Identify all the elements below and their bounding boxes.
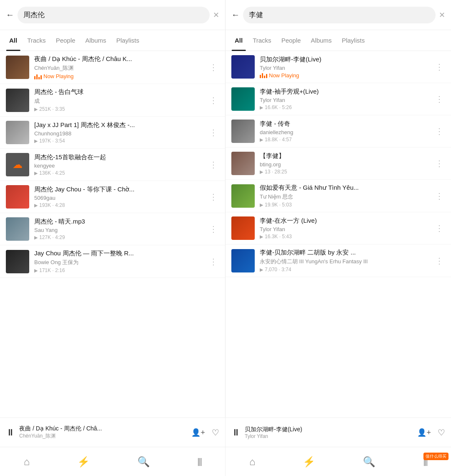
left-track-meta-6: ▶ 127K · 4:29 — [34, 234, 203, 240]
left-clear-button[interactable]: ✕ — [213, 10, 219, 20]
right-track-title-2: 李健-袖手旁观+(Live) — [260, 88, 428, 96]
left-library-nav[interactable]: ||| — [193, 454, 206, 469]
right-track-item[interactable]: 李健-袖手旁观+(Live) Tylor Yifan ▶ 16.6K · 5:2… — [226, 83, 451, 115]
right-now-playing-1: Now Playing — [260, 72, 428, 79]
left-player-artist: ChénYuān_陈渊 — [19, 433, 187, 440]
left-bars-icon-1 — [34, 74, 42, 79]
right-tab-playlists[interactable]: Playlists — [337, 30, 370, 51]
left-tabs: All Tracks People Albums Playlists — [0, 30, 225, 51]
left-track-item[interactable]: [Jay x JJ Part 1] 周杰伦 X 林俊杰 -... Chunhon… — [0, 117, 225, 149]
left-track-meta-2: ▶ 251K · 3:35 — [34, 106, 203, 112]
left-like-button[interactable]: ♡ — [212, 428, 219, 438]
right-track-item[interactable]: 贝加尔湖畔-李健(Live) Tylor Yifan Now Playing ⋮ — [226, 51, 451, 83]
left-tab-albums[interactable]: Albums — [80, 30, 111, 51]
left-tab-playlists[interactable]: Playlists — [111, 30, 144, 51]
right-panel: ← 李健 ✕ All Tracks People Albums Playlist… — [226, 0, 451, 417]
left-bottom-nav: ⌂ ⚡ 🔍 ||| — [0, 447, 226, 476]
right-track-meta-6: ▶ 16.3K · 5:43 — [260, 234, 428, 239]
right-search-input[interactable]: 李健 — [243, 7, 436, 23]
right-home-nav[interactable]: ⌂ — [245, 453, 260, 470]
right-like-button[interactable]: ♡ — [438, 428, 445, 438]
left-play-pause-button[interactable]: ⏸ — [6, 427, 15, 438]
right-track-thumb-1 — [231, 55, 255, 79]
left-player-info: 夜曲 / Dạ Khúc - 周杰伦 / Châ... ChénYuān_陈渊 — [19, 425, 187, 440]
left-home-nav[interactable]: ⌂ — [20, 453, 34, 470]
right-tab-albums[interactable]: Albums — [306, 30, 337, 51]
right-track-meta-3: ▶ 18.8K · 4:57 — [260, 137, 428, 143]
left-now-playing-1: Now Playing — [34, 73, 203, 79]
right-track-info-4: 【李健】 bting.org ▶ 13 · 28:25 — [260, 152, 428, 175]
left-track-more-2[interactable]: ⋮ — [208, 95, 219, 105]
left-track-title-6: 周杰伦 - 晴天.mp3 — [34, 218, 203, 226]
left-search-input[interactable]: 周杰伦 — [18, 7, 210, 23]
left-track-thumb-7 — [6, 250, 29, 273]
right-tab-all[interactable]: All — [230, 30, 248, 51]
right-track-more-6[interactable]: ⋮ — [433, 223, 445, 233]
left-panel: ← 周杰伦 ✕ All Tracks People Albums Playlis… — [0, 0, 226, 417]
right-track-info-1: 贝加尔湖畔-李健(Live) Tylor Yifan Now Playing — [260, 56, 428, 79]
right-track-more-3[interactable]: ⋮ — [433, 126, 445, 136]
left-track-info-6: 周杰伦 - 晴天.mp3 Sau Yang ▶ 127K · 4:29 — [34, 218, 203, 240]
right-bars-icon-1 — [260, 72, 267, 78]
right-clear-button[interactable]: ✕ — [439, 10, 445, 20]
left-track-thumb-3 — [6, 121, 29, 144]
right-back-button[interactable]: ← — [231, 10, 240, 20]
right-tab-people[interactable]: People — [276, 30, 306, 51]
left-lightning-nav[interactable]: ⚡ — [73, 453, 94, 470]
right-track-more-1[interactable]: ⋮ — [433, 62, 445, 72]
right-play-pause-button[interactable]: ⏸ — [231, 427, 241, 438]
right-track-thumb-6 — [231, 216, 255, 240]
left-track-item[interactable]: 周杰伦 Jay Chou - 等你下课 - Chờ... 5069gau ▶ 1… — [0, 181, 225, 213]
left-track-info-1: 夜曲 / Dạ Khúc - 周杰伦 / Châu K... ChénYuān_… — [34, 55, 203, 79]
right-add-to-queue-button[interactable]: 👤+ — [417, 428, 431, 437]
right-player-bar: ⏸ 贝加尔湖畔-李健(Live) Tylor Yifan 👤+ ♡ — [226, 418, 451, 447]
right-track-meta-4: ▶ 13 · 28:25 — [260, 169, 428, 175]
right-track-more-5[interactable]: ⋮ — [433, 191, 445, 201]
right-player-title: 贝加尔湖畔-李健(Live) — [245, 426, 413, 433]
left-track-more-4[interactable]: ⋮ — [208, 160, 219, 170]
left-track-more-7[interactable]: ⋮ — [208, 257, 219, 267]
left-track-more-3[interactable]: ⋮ — [208, 127, 219, 137]
right-track-item[interactable]: 李健-贝加尔湖畔 二胡版 by 永安 ... 永安的心情二胡 III YungA… — [226, 244, 451, 277]
left-player-bar: ⏸ 夜曲 / Dạ Khúc - 周杰伦 / Châ... ChénYuān_陈… — [0, 418, 226, 447]
right-track-more-4[interactable]: ⋮ — [433, 158, 445, 168]
right-lightning-nav[interactable]: ⚡ — [299, 453, 319, 470]
right-search-bar: ← 李健 ✕ — [226, 0, 451, 30]
right-track-item[interactable]: 李健-在水一方 (Live) Tylor Yifan ▶ 16.3K · 5:4… — [226, 212, 451, 244]
left-track-meta-7: ▶ 171K · 2:16 — [34, 267, 203, 273]
left-track-item[interactable]: 周杰伦 - 告白气球 成 ▶ 251K · 3:35 ⋮ — [0, 84, 225, 117]
left-track-artist-6: Sau Yang — [34, 227, 203, 233]
left-tab-all[interactable]: All — [4, 30, 22, 51]
right-tab-tracks[interactable]: Tracks — [248, 30, 276, 51]
left-track-item[interactable]: 夜曲 / Dạ Khúc - 周杰伦 / Châu K... ChénYuān_… — [0, 51, 225, 84]
left-tab-people[interactable]: People — [51, 30, 81, 51]
right-track-title-6: 李健-在水一方 (Live) — [260, 217, 428, 225]
left-track-info-3: [Jay x JJ Part 1] 周杰伦 X 林俊杰 -... Chunhon… — [34, 121, 203, 144]
left-track-artist-5: 5069gau — [34, 195, 203, 201]
left-track-info-2: 周杰伦 - 告白气球 成 ▶ 251K · 3:35 — [34, 88, 203, 112]
left-back-button[interactable]: ← — [6, 10, 14, 20]
right-track-list: 贝加尔湖畔-李健(Live) Tylor Yifan Now Playing ⋮… — [226, 51, 451, 417]
left-track-more-6[interactable]: ⋮ — [208, 224, 219, 234]
right-track-item[interactable]: 李健 - 传奇 daniellezheng ▶ 18.8K · 4:57 ⋮ — [226, 115, 451, 148]
right-track-thumb-5 — [231, 184, 255, 208]
left-add-to-queue-button[interactable]: 👤+ — [191, 428, 205, 437]
right-track-more-2[interactable]: ⋮ — [433, 94, 445, 104]
right-track-artist-6: Tylor Yifan — [260, 226, 428, 232]
right-player-artist: Tylor Yifan — [245, 433, 413, 439]
left-track-thumb-4 — [6, 153, 29, 176]
left-track-more-5[interactable]: ⋮ — [208, 192, 219, 202]
right-track-item[interactable]: 假如爱有天意 - Giá Như Tình Yêu... Tư Niệm 思念 … — [226, 180, 451, 212]
bottom-nav: ⌂ ⚡ 🔍 ||| ⌂ ⚡ 🔍 ||| 值什么得买 — [0, 447, 451, 476]
left-track-artist-3: Chunhong1988 — [34, 130, 203, 137]
right-search-nav[interactable]: 🔍 — [359, 453, 380, 470]
left-search-nav[interactable]: 🔍 — [133, 453, 154, 470]
right-player-actions: 👤+ ♡ — [417, 428, 445, 438]
left-track-item[interactable]: 周杰伦 - 晴天.mp3 Sau Yang ▶ 127K · 4:29 ⋮ — [0, 213, 225, 245]
right-track-item[interactable]: 【李健】 bting.org ▶ 13 · 28:25 ⋮ — [226, 148, 451, 180]
left-tab-tracks[interactable]: Tracks — [22, 30, 51, 51]
left-track-item[interactable]: 周杰伦-15首歌融合在一起 kengyee ▶ 136K · 4:25 ⋮ — [0, 149, 225, 181]
left-track-item[interactable]: Jay Chou 周杰伦 — 雨下一整晚 R... Bowie Ong 王保为 … — [0, 245, 225, 278]
left-track-more-1[interactable]: ⋮ — [208, 62, 219, 72]
right-track-more-7[interactable]: ⋮ — [433, 256, 445, 266]
